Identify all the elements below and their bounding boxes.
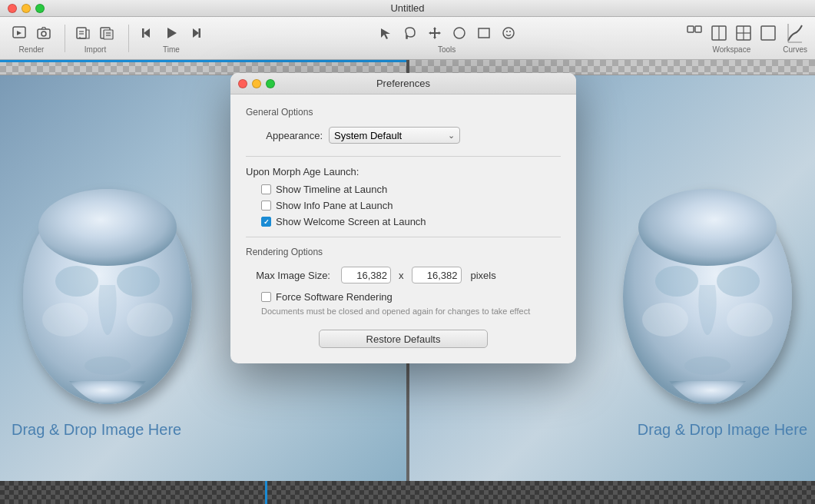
toolbar-render-section: Render — [8, 22, 55, 54]
welcome-checkbox-label: Show Welcome Screen at Launch — [276, 216, 426, 227]
checkbox-group: Show Timeline at Launch Show Info Pane a… — [261, 184, 561, 227]
arrow-tool-icon — [378, 25, 393, 41]
svg-point-17 — [503, 28, 514, 38]
import-label: Import — [84, 45, 106, 54]
dialog-maximize-button[interactable] — [266, 79, 275, 88]
workspace-btn4[interactable] — [757, 22, 780, 44]
arrow-tool-button[interactable] — [374, 22, 397, 44]
play-button[interactable] — [160, 22, 183, 44]
workspace-btn1[interactable] — [683, 22, 706, 44]
toolbar-time-section: Time — [135, 22, 207, 54]
dropdown-arrow-icon: ⌄ — [448, 131, 455, 141]
curves-label: Curves — [783, 45, 807, 54]
svg-point-43 — [727, 303, 773, 337]
toolbar-import-section: Import — [71, 22, 119, 54]
prev-button[interactable] — [135, 22, 158, 44]
minimize-button[interactable] — [22, 4, 31, 13]
workspace-icon2 — [711, 25, 727, 41]
force-render-label: Force Software Rendering — [276, 291, 393, 303]
workspace-icon1 — [686, 25, 703, 41]
dialog-minimize-button[interactable] — [252, 79, 261, 88]
svg-marker-10 — [144, 28, 150, 38]
separator-2 — [128, 25, 129, 52]
workspace-section: Workspace — [683, 22, 780, 54]
appearance-label: Appearance: — [246, 130, 323, 141]
section-divider-1 — [246, 156, 561, 157]
max-height-input[interactable]: 16,382 — [412, 267, 462, 284]
force-render-checkbox[interactable] — [261, 292, 271, 302]
preferences-dialog[interactable]: Preferences General Options Appearance: … — [230, 73, 576, 363]
circle-tool-button[interactable] — [448, 22, 471, 44]
render-icon — [12, 25, 27, 41]
render-button[interactable] — [8, 22, 31, 44]
curves-icon — [785, 19, 805, 47]
face-tool-button[interactable] — [497, 22, 520, 44]
import-button1[interactable] — [71, 22, 94, 44]
infopane-checkbox-label: Show Info Pane at Launch — [276, 200, 393, 211]
svg-rect-20 — [687, 26, 694, 32]
svg-point-34 — [84, 356, 131, 375]
import-icon — [75, 25, 91, 41]
rect-tool-button[interactable] — [472, 22, 495, 44]
close-button[interactable] — [8, 4, 17, 13]
svg-rect-7 — [104, 30, 113, 39]
workspace-btn2[interactable] — [707, 22, 731, 44]
toolbar: Render Import — [0, 17, 815, 60]
maximize-button[interactable] — [35, 4, 45, 13]
timeline-checkbox[interactable] — [261, 184, 271, 194]
curves-section: Curves — [783, 22, 807, 54]
move-tool-button[interactable] — [423, 22, 446, 44]
tools-label: Tools — [438, 45, 456, 54]
titlebar: Untitled — [0, 0, 815, 17]
move-tool-icon — [427, 25, 442, 41]
section-divider-2 — [246, 237, 561, 237]
checkbox-row-welcome: Show Welcome Screen at Launch — [261, 216, 561, 227]
x-label: x — [399, 270, 404, 281]
restore-defaults-button[interactable]: Restore Defaults — [319, 330, 488, 348]
timeline-checkbox-label: Show Timeline at Launch — [276, 184, 387, 195]
next-icon — [188, 25, 204, 41]
dialog-close-button[interactable] — [238, 79, 247, 88]
camera-icon — [36, 25, 51, 41]
svg-rect-21 — [695, 26, 701, 32]
svg-point-35 — [42, 303, 88, 337]
svg-rect-16 — [479, 28, 489, 38]
dialog-title: Preferences — [376, 78, 430, 89]
camera-button[interactable] — [32, 22, 55, 44]
filmstrip-divider — [265, 481, 267, 504]
svg-rect-14 — [199, 28, 201, 38]
svg-point-42 — [642, 303, 688, 337]
next-button[interactable] — [184, 22, 207, 44]
svg-marker-12 — [167, 28, 177, 38]
svg-rect-27 — [761, 26, 775, 40]
prev-icon — [139, 25, 154, 41]
svg-rect-1 — [38, 29, 50, 38]
appearance-dropdown[interactable]: System Default ⌄ — [329, 127, 460, 144]
welcome-checkbox[interactable] — [261, 217, 271, 227]
curves-button[interactable] — [784, 22, 807, 44]
dialog-body: General Options Appearance: System Defau… — [230, 94, 576, 363]
toolbar-center: Tools — [210, 22, 683, 54]
svg-point-40 — [717, 266, 760, 297]
force-render-sublabel: Documents must be closed and opened agai… — [261, 306, 561, 317]
workspace-icon3 — [735, 25, 752, 41]
checkbox-row-timeline: Show Timeline at Launch — [261, 184, 561, 195]
workspace-btn3[interactable] — [732, 22, 755, 44]
dialog-titlebar: Preferences — [230, 73, 576, 94]
max-width-input[interactable]: 16,382 — [341, 267, 391, 284]
lasso-tool-button[interactable] — [399, 22, 422, 44]
svg-point-15 — [454, 28, 465, 38]
import2-icon — [100, 25, 115, 41]
workspace-icon4 — [760, 25, 777, 41]
svg-rect-3 — [77, 28, 86, 38]
appearance-value: System Default — [334, 130, 402, 141]
max-image-size-label: Max Image Size: — [246, 270, 330, 281]
infopane-checkbox[interactable] — [261, 201, 271, 211]
separator-1 — [65, 25, 65, 52]
dialog-controls — [238, 79, 275, 88]
import-button2[interactable] — [96, 22, 119, 44]
rendering-options-label: Rendering Options — [246, 247, 561, 257]
left-drag-drop: Drag & Drop Image Here — [12, 421, 181, 439]
circle-tool-icon — [452, 25, 467, 41]
play-icon — [164, 25, 179, 41]
